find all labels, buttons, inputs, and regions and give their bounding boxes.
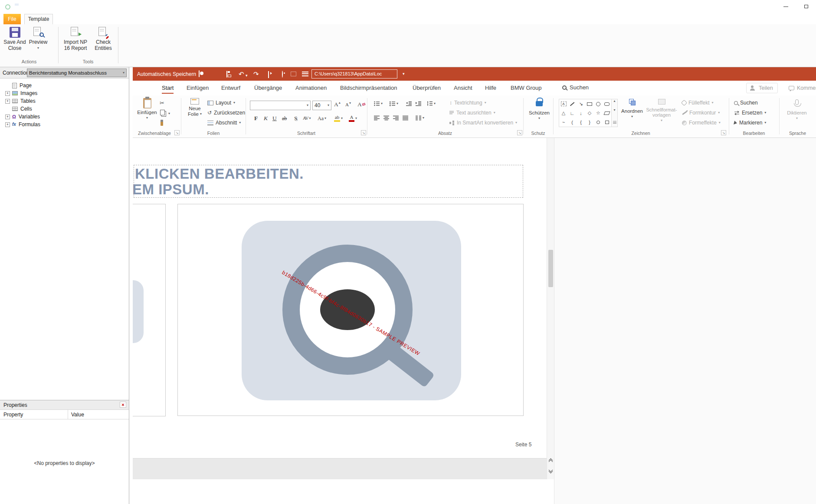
restore-button[interactable] — [796, 0, 816, 13]
increase-indent-button[interactable] — [416, 101, 422, 106]
convert-smartart-button[interactable]: In SmartArt konvertieren ▾ — [449, 120, 517, 126]
layout-button[interactable]: Layout ▾ — [207, 100, 235, 106]
character-spacing-button[interactable]: AV ▾ — [303, 116, 311, 121]
next-slide-button[interactable] — [548, 468, 553, 473]
tree-item-tables[interactable]: + Tables — [0, 97, 128, 105]
share-button[interactable]: Teilen — [746, 83, 778, 93]
shape-outline-button[interactable]: Formkontur ▾ — [682, 110, 720, 116]
shape-line-icon[interactable] — [568, 99, 577, 108]
section-button[interactable]: Abschnitt ▾ — [207, 120, 241, 126]
tab-hilfe[interactable]: Hilfe — [485, 82, 496, 94]
drawing-dialog-launcher[interactable]: ↘ — [721, 130, 726, 135]
columns-button[interactable]: ▾ — [416, 115, 424, 121]
bold-button[interactable]: F — [254, 115, 258, 121]
reset-button[interactable]: ↺ Zurücksetzen — [207, 110, 245, 116]
shapes-scroll-down[interactable]: ▾ — [612, 108, 617, 118]
shape-arrow-icon[interactable]: ↘ — [577, 99, 585, 108]
ribbon-options-icon[interactable]: ▾ — [403, 72, 405, 76]
tree-item-variables[interactable]: + Ω Variables — [0, 113, 128, 121]
comments-button[interactable]: Kommentare — [789, 83, 816, 93]
font-dialog-launcher[interactable]: ↘ — [361, 130, 366, 135]
format-painter-icon[interactable] — [161, 120, 163, 126]
shrink-font-button[interactable]: A▾ — [345, 102, 351, 107]
shape-triangle-icon[interactable]: △ — [559, 108, 568, 118]
check-entities-button[interactable]: Check Entities — [91, 27, 115, 51]
shape-oval-icon[interactable] — [594, 99, 603, 108]
properties-close-button[interactable]: × — [120, 402, 126, 408]
shape-rectangle-icon[interactable] — [585, 99, 594, 108]
justify-button[interactable] — [403, 115, 409, 121]
slide-main[interactable]: b18d225b-4d66-4c9f-bf4c-8f84d0630b17 - S… — [177, 204, 524, 416]
shape-fill-button[interactable]: Fülleffekt ▾ — [682, 100, 713, 106]
new-slide-button[interactable]: Neue Folie ▾ — [185, 98, 205, 117]
decrease-indent-button[interactable] — [406, 101, 412, 106]
protect-button[interactable]: Schützen ▾ — [526, 97, 553, 120]
shape-star-icon[interactable]: ☆ — [594, 108, 603, 118]
copy-icon[interactable] — [160, 110, 165, 115]
tab-file[interactable]: File — [3, 14, 21, 24]
select-button[interactable]: Markieren ▾ — [734, 120, 766, 126]
shape-scribble-icon[interactable]: ~ — [559, 118, 568, 127]
shape-right-angle-icon[interactable]: ∟ — [568, 108, 577, 118]
slide-canvas[interactable]: KLICKEN BEARBEITEN. EM IPSUM. b18d225b-4… — [133, 138, 547, 458]
align-left-button[interactable] — [374, 115, 380, 121]
tab-uebergaenge[interactable]: Übergänge — [254, 82, 282, 94]
preview-button[interactable]: Preview ▾ — [28, 27, 49, 50]
line-spacing-button[interactable]: ▾ — [427, 101, 436, 106]
redo-icon[interactable]: ↷ — [253, 71, 259, 77]
grow-font-button[interactable]: A▴ — [334, 101, 341, 108]
copy-dropdown-icon[interactable]: ▾ — [168, 112, 170, 115]
shape-rect2-icon[interactable] — [603, 118, 611, 127]
tab-animationen[interactable]: Animationen — [295, 82, 327, 94]
quick-styles-button[interactable]: Schnellformat- vorlagen ▾ — [645, 99, 678, 122]
slideshow-icon[interactable] — [268, 71, 269, 78]
shape-effects-button[interactable]: Formeffekte ▾ — [682, 120, 721, 126]
align-text-button[interactable]: Text ausrichten ▾ — [449, 110, 495, 116]
shape-textbox-icon[interactable]: A — [559, 99, 568, 108]
shape-oval2-icon[interactable] — [594, 118, 603, 127]
shape-rounded-rectangle-icon[interactable] — [603, 99, 611, 108]
file-path-combobox[interactable]: C:\Users\q321813\AppData\Loc — [311, 69, 397, 79]
strikethrough-button[interactable]: ab — [282, 116, 287, 121]
paragraph-dialog-launcher[interactable]: ↘ — [517, 130, 522, 135]
shape-left-brace-icon[interactable]: { — [577, 118, 585, 127]
font-color-button[interactable]: A ▾ — [349, 115, 357, 122]
clear-formatting-button[interactable]: A — [357, 101, 365, 108]
print-icon[interactable] — [291, 72, 296, 76]
italic-button[interactable]: K — [264, 115, 268, 121]
text-direction-button[interactable]: ↕ Textrichtung ▾ — [449, 100, 486, 106]
text-shadow-button[interactable]: S — [294, 115, 298, 121]
font-size-combobox[interactable]: 40 ▾ — [312, 101, 331, 110]
tab-bmw-group[interactable]: BMW Group — [511, 82, 542, 94]
dictate-button[interactable]: Diktieren ▾ — [783, 97, 810, 120]
connection-combobox[interactable]: Berichterstattung Monatsabschluss ▾ — [27, 69, 127, 77]
import-report-button[interactable]: Import NP 16 Report — [62, 27, 89, 51]
clipboard-dialog-launcher[interactable]: ↘ — [174, 130, 180, 135]
highlight-color-button[interactable]: ab ▾ — [334, 115, 343, 122]
shape-down-arrow-icon[interactable]: ↓ — [577, 108, 585, 118]
tab-ueberpruefen[interactable]: Überprüfen — [413, 82, 441, 94]
previous-slide-button[interactable] — [548, 459, 553, 463]
undo-icon[interactable]: ↶ — [239, 71, 244, 77]
tab-template[interactable]: Template — [24, 14, 53, 24]
change-case-button[interactable]: Aa ▾ — [318, 116, 326, 121]
save-icon[interactable] — [226, 71, 227, 78]
tree-item-formulas[interactable]: + fx Formulas — [0, 121, 128, 128]
tree-item-images[interactable]: + Images — [0, 89, 128, 97]
tab-ansicht[interactable]: Ansicht — [454, 82, 472, 94]
expand-icon[interactable]: + — [5, 122, 10, 127]
slide-thumbnail-partial[interactable] — [133, 204, 166, 416]
vertical-scrollbar[interactable] — [547, 138, 554, 458]
paste-button[interactable]: Einfügen ▾ — [137, 98, 157, 120]
scrollbar-thumb[interactable] — [548, 250, 553, 287]
shape-right-brace-icon[interactable]: } — [585, 118, 594, 127]
tab-entwurf[interactable]: Entwurf — [221, 82, 240, 94]
shapes-scroll-up[interactable]: ▴ — [612, 99, 617, 108]
find-button[interactable]: Suchen — [734, 100, 758, 106]
expand-icon[interactable]: + — [5, 99, 10, 104]
title-text-box[interactable]: KLICKEN BEARBEITEN. EM IPSUM. — [134, 165, 523, 198]
replace-button[interactable]: Ersetzen ▾ — [734, 110, 766, 116]
align-right-button[interactable] — [393, 115, 399, 121]
undo-dropdown-icon[interactable]: ▾ — [246, 74, 248, 78]
tree-item-cells[interactable]: Cells — [0, 105, 128, 113]
